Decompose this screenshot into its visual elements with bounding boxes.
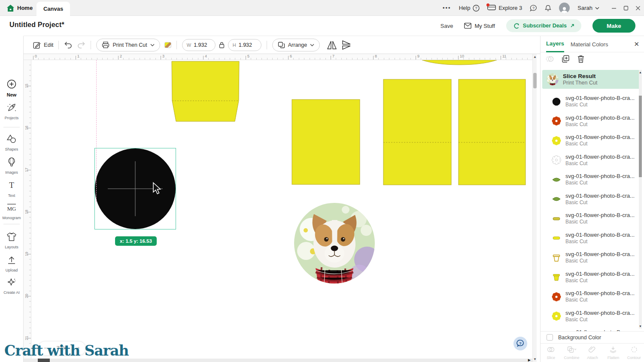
horizontal-scrollbar-thumb[interactable] <box>38 359 50 362</box>
edit-button[interactable]: Edit <box>33 41 53 49</box>
leaf-green-icon <box>552 175 561 184</box>
redo-button[interactable] <box>77 41 85 48</box>
user-menu[interactable]: Sarah <box>577 5 599 11</box>
sidebar-item-upload[interactable]: Upload <box>0 255 23 272</box>
width-field[interactable]: W <box>182 39 216 51</box>
layer-row[interactable]: svg-01-flower-photo-B-cra... Basic Cut <box>541 131 640 151</box>
feedback-icon[interactable]: ? <box>530 5 537 12</box>
sidebar-item-projects[interactable]: Projects <box>0 103 23 120</box>
tab-material-colors[interactable]: Material Colors <box>571 36 608 52</box>
layer-row[interactable]: svg-01-flower-photo-B-cra... Basic Cut <box>541 229 640 248</box>
tab-canvas[interactable]: Canvas <box>36 2 70 16</box>
sidebar-divider <box>3 127 20 127</box>
maximize-button[interactable] <box>623 6 629 11</box>
action-slice-button[interactable]: Slice <box>541 344 561 362</box>
sidebar-item-shapes[interactable]: Shapes <box>0 134 23 151</box>
minimize-button[interactable] <box>611 6 617 11</box>
layer-row[interactable]: svg-01-flower-photo-B-cra... Basic Cut <box>541 151 640 170</box>
operation-dropdown[interactable]: Print Then Cut <box>96 39 160 51</box>
action-flatten-button[interactable]: Flatten <box>603 344 623 362</box>
help-menu[interactable]: Help ? <box>459 5 480 12</box>
tab-layers[interactable]: Layers <box>546 36 564 52</box>
layer-row[interactable]: svg-01-flower-photo-B-cra... Basic Cut <box>541 92 640 112</box>
flower-outline-icon <box>552 155 561 165</box>
make-button[interactable]: Make <box>592 19 635 33</box>
undo-button[interactable] <box>64 41 73 48</box>
panel-scrollbar-thumb[interactable] <box>639 96 642 177</box>
layer-row[interactable]: svg-01-flower-photo-B-cra... Basic Cut <box>541 287 640 307</box>
close-window-button[interactable] <box>635 6 641 11</box>
layer-subtitle: Basic Cut <box>565 121 635 128</box>
layer-title: svg-01-flower-photo-B-cra... <box>565 310 635 317</box>
layer-row[interactable]: svg-01-flower-photo-B-cra... Basic Cut <box>541 209 640 229</box>
flip-vertical-button[interactable] <box>342 40 351 50</box>
scroll-up-arrow-icon[interactable]: ▲ <box>639 71 642 74</box>
width-input[interactable] <box>194 42 213 48</box>
zoom-out-button[interactable]: − <box>44 345 47 351</box>
vertical-scrollbar-thumb[interactable] <box>533 73 537 88</box>
vertical-scrollbar[interactable]: ▲ ▼ <box>532 54 537 362</box>
my-stuff-button[interactable]: My Stuff <box>464 23 495 29</box>
action-attach-button[interactable]: Attach <box>582 344 603 362</box>
sidebar-item-layouts[interactable]: Layouts <box>0 232 23 249</box>
action-combine-button[interactable]: Combine <box>561 344 582 362</box>
layer-row[interactable]: svg-01-flower-photo-B-cra... Basic Cut <box>541 190 640 209</box>
selection-bounding-box[interactable] <box>94 148 176 229</box>
scroll-up-arrow-icon[interactable]: ▲ <box>533 55 537 59</box>
overflow-menu[interactable]: ••• <box>443 5 451 11</box>
scroll-down-arrow-icon[interactable]: ▼ <box>639 325 642 328</box>
background-color-checkbox[interactable] <box>547 334 553 341</box>
layer-row-slice-result[interactable]: Slice Result Print Then Cut <box>542 70 640 89</box>
layer-row[interactable]: svg-01-flower-photo-B-cra... Basic Cut <box>541 112 640 131</box>
text-icon: T <box>6 180 17 192</box>
help-bubble-button[interactable]: ? <box>513 337 527 350</box>
edit-pencil-icon <box>33 41 41 49</box>
layer-row[interactable]: svg-01-flower-photo-B-cra... Basic Cut <box>541 170 640 190</box>
images-icon <box>6 157 17 169</box>
shape-rect-2 <box>383 79 451 185</box>
horizontal-scrollbar[interactable]: ▶ <box>24 359 532 362</box>
canvas-area[interactable]: x: 1.5 y: 16.53 01234567891011 151617181… <box>24 54 532 362</box>
close-panel-icon[interactable]: ✕ <box>634 40 639 48</box>
subscriber-deals-button[interactable]: Subscriber Deals <box>506 19 581 32</box>
machine-select[interactable]: Explore 3 <box>487 5 522 12</box>
arrange-dropdown[interactable]: Arrange <box>272 39 320 51</box>
height-field[interactable]: H <box>228 39 261 51</box>
flip-horizontal-button[interactable] <box>327 40 337 50</box>
layers-panel: Layers Material Colors ✕ <box>540 36 644 362</box>
pot-yellow-icon <box>552 272 561 282</box>
layer-row[interactable]: svg-01-flower-photo-B-cra... Basic Cut <box>541 326 640 331</box>
fill-swatch[interactable] <box>164 42 171 48</box>
layer-row[interactable]: svg-01-flower-photo-B-cra... Basic Cut <box>541 307 640 326</box>
avatar[interactable] <box>559 3 570 13</box>
sidebar-item-monogram[interactable]: MGMonogram <box>0 202 23 220</box>
action-contour-button[interactable]: Contour <box>624 344 644 362</box>
home-button[interactable]: Home <box>7 0 33 16</box>
duplicate-icon[interactable] <box>562 55 570 63</box>
slice-select-icon[interactable] <box>546 55 554 63</box>
height-input[interactable] <box>239 42 258 48</box>
delete-trash-icon[interactable] <box>577 55 584 63</box>
layer-title: svg-01-flower-photo-B-cra... <box>565 115 635 121</box>
dog-photo-image <box>294 203 380 285</box>
sidebar-item-create-ai[interactable]: Create AI <box>0 277 23 295</box>
lock-aspect-icon[interactable] <box>219 42 225 48</box>
scroll-right-arrow-icon[interactable]: ▶ <box>528 359 531 362</box>
scroll-down-arrow-icon[interactable]: ▼ <box>533 357 537 361</box>
sidebar-item-label: Monogram <box>2 216 21 220</box>
notifications-bell-icon[interactable] <box>545 5 551 12</box>
layers-list: svg-01-flower-photo-B-cra... Basic Cut s… <box>541 92 640 331</box>
zoom-in-button[interactable]: + <box>77 345 80 351</box>
layer-row[interactable]: svg-01-flower-photo-B-cra... Basic Cut <box>541 268 640 287</box>
attach-icon <box>589 346 596 355</box>
sidebar-item-new[interactable]: New <box>0 79 23 97</box>
notification-dot <box>486 3 489 6</box>
project-title: Untitled Project* <box>9 21 64 29</box>
panel-scrollbar[interactable]: ▲ ▼ <box>639 70 642 329</box>
sidebar-item-images[interactable]: Images <box>0 157 23 175</box>
sidebar-item-text[interactable]: TText <box>0 180 23 198</box>
layouts-icon <box>6 232 17 244</box>
layer-row[interactable]: svg-01-flower-photo-B-cra... Basic Cut <box>541 248 640 268</box>
save-button[interactable]: Save <box>440 23 453 29</box>
layer-title: svg-01-flower-photo-B-cra... <box>565 193 635 199</box>
